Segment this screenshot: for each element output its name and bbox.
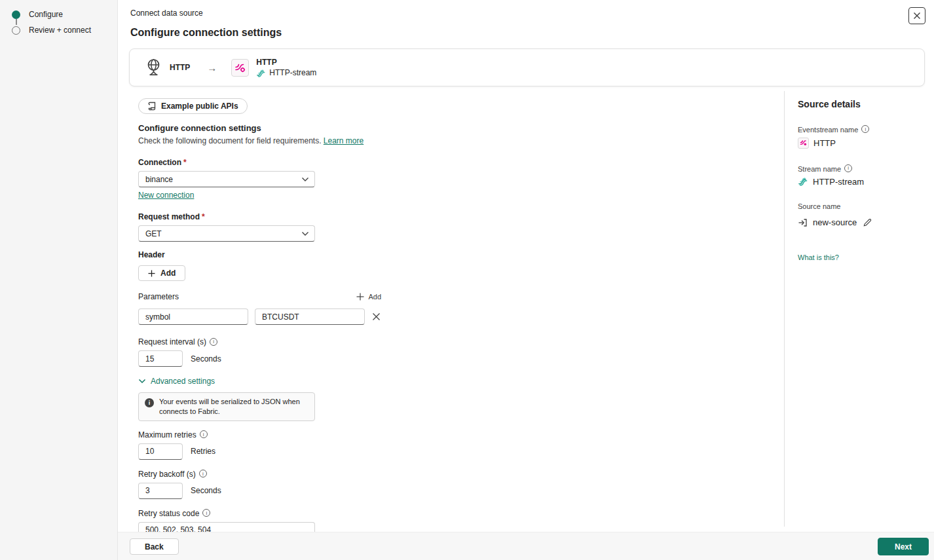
flow-arrow-icon: →: [207, 62, 217, 73]
parameters-add-button[interactable]: Add: [356, 293, 381, 301]
connection-label: Connection*: [138, 158, 784, 167]
learn-more-link[interactable]: Learn more: [324, 136, 364, 145]
info-icon: i: [199, 470, 207, 477]
source-node-label: HTTP: [170, 63, 190, 72]
request-method-dropdown[interactable]: GET: [138, 225, 315, 242]
target-node-title: HTTP: [256, 58, 316, 67]
stream-icon: [256, 68, 266, 78]
target-node-stream-label: HTTP-stream: [269, 68, 316, 77]
chevron-down-icon: [301, 231, 309, 236]
info-filled-icon: i: [145, 398, 154, 407]
source-details-title: Source details: [798, 99, 925, 109]
source-name-value: new-source: [813, 217, 857, 227]
info-icon: i: [844, 164, 852, 172]
info-icon: i: [202, 509, 210, 517]
section-subtitle: Check the following document for field r…: [138, 136, 784, 145]
maximum-retries-unit: Retries: [191, 447, 215, 456]
pencil-icon: [863, 217, 872, 227]
request-method-label: Request method*: [138, 212, 784, 221]
retry-backoff-unit: Seconds: [191, 486, 221, 495]
source-node: HTTP: [145, 58, 190, 77]
step-label: Configure: [29, 10, 63, 19]
step-label: Review + connect: [29, 26, 91, 35]
eventstream-icon-box: [231, 59, 249, 77]
wizard-sidebar: Configure Review + connect: [0, 0, 118, 560]
eventstream-name-value: HTTP: [813, 138, 836, 148]
source-name-label: Source name: [798, 202, 925, 210]
main-panel: Connect data source Configure connection…: [118, 0, 934, 532]
step-review-connect[interactable]: Review + connect: [12, 22, 117, 38]
new-connection-link[interactable]: New connection: [138, 191, 194, 200]
close-button[interactable]: [908, 7, 925, 24]
maximum-retries-input[interactable]: [138, 443, 183, 460]
request-interval-label: Request interval (s)i: [138, 337, 784, 346]
step-active-dot-icon: [12, 10, 20, 19]
back-button[interactable]: Back: [130, 538, 179, 555]
chevron-down-icon: [301, 177, 309, 182]
info-icon: i: [210, 338, 217, 346]
source-flow-card: HTTP → HTTP HTTP-stream: [129, 48, 925, 86]
source-details-panel: Source details Eventstream namei HTTP St…: [784, 91, 925, 527]
stream-name-value: HTTP-stream: [813, 177, 864, 187]
plus-icon: [148, 270, 155, 277]
eventstream-icon: [800, 139, 808, 147]
eventstream-icon: [234, 62, 246, 73]
info-icon: i: [861, 125, 869, 133]
maximum-retries-label: Maximum retriesi: [138, 430, 784, 439]
step-configure[interactable]: Configure: [12, 7, 117, 22]
required-mark: *: [202, 212, 205, 221]
dismiss-icon: [372, 312, 381, 321]
parameters-label: Parameters: [138, 292, 179, 301]
eventstream-name-label: Eventstream namei: [798, 125, 925, 134]
script-icon: [147, 102, 157, 111]
parameter-key-input[interactable]: [138, 308, 248, 325]
retry-backoff-input[interactable]: [138, 483, 183, 499]
wizard-steps: Configure Review + connect: [0, 0, 117, 38]
retry-backoff-label: Retry backoff (s)i: [138, 470, 784, 479]
close-icon: [913, 12, 921, 20]
serialization-info-text: Your events will be serialized to JSON w…: [159, 397, 308, 417]
sign-in-icon: [798, 217, 808, 228]
breadcrumb: Connect data source: [118, 0, 934, 18]
stream-icon: [798, 176, 808, 187]
request-interval-input[interactable]: [138, 350, 183, 367]
globe-icon: [145, 58, 162, 77]
request-interval-unit: Seconds: [191, 354, 221, 364]
chevron-down-icon: [138, 379, 146, 384]
section-title: Configure connection settings: [138, 123, 784, 133]
content-row: Example public APIs Configure connection…: [129, 91, 925, 527]
retry-status-code-label: Retry status codei: [138, 509, 784, 518]
header-add-button[interactable]: Add: [138, 265, 185, 281]
edit-source-name-button[interactable]: [861, 216, 874, 229]
eventstream-name-value-row: HTTP: [798, 138, 925, 149]
next-button[interactable]: Next: [878, 538, 929, 555]
header-label: Header: [138, 250, 784, 259]
parameter-value-input[interactable]: [255, 308, 365, 325]
example-public-apis-button[interactable]: Example public APIs: [138, 98, 248, 114]
parameter-row: [138, 308, 784, 325]
what-is-this-link[interactable]: What is this?: [798, 253, 839, 261]
footer-bar: Back Next: [118, 532, 934, 560]
parameter-remove-button[interactable]: [371, 311, 382, 322]
stream-name-label: Stream namei: [798, 164, 925, 173]
required-mark: *: [183, 158, 187, 167]
stream-name-value-row: HTTP-stream: [798, 176, 925, 187]
eventstream-icon-box: [798, 138, 809, 149]
connection-form: Example public APIs Configure connection…: [129, 91, 784, 527]
serialization-info-box: i Your events will be serialized to JSON…: [138, 392, 315, 421]
source-name-value-row: new-source: [798, 216, 925, 229]
step-pending-dot-icon: [12, 26, 20, 35]
plus-icon: [356, 293, 364, 301]
target-node: HTTP HTTP-stream: [256, 58, 316, 78]
info-icon: i: [200, 430, 208, 438]
advanced-settings-toggle[interactable]: Advanced settings: [138, 377, 784, 386]
connection-dropdown[interactable]: binance: [138, 171, 315, 187]
page-title: Configure connection settings: [118, 18, 934, 39]
